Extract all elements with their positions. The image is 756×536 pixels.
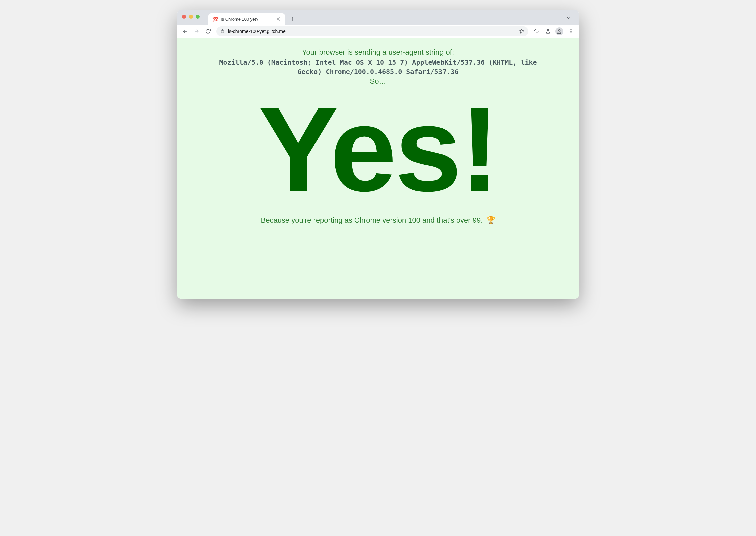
url-text: is-chrome-100-yet.glitch.me	[228, 29, 516, 34]
svg-point-7	[558, 29, 560, 31]
tab-strip: 💯 Is Chrome 100 yet?	[208, 10, 575, 25]
profile-button[interactable]	[554, 26, 564, 36]
star-icon	[519, 29, 524, 34]
browser-tab[interactable]: 💯 Is Chrome 100 yet?	[208, 13, 285, 25]
nav-back-button[interactable]	[180, 26, 190, 36]
answer-text: Yes!	[191, 89, 565, 209]
close-icon	[276, 16, 281, 22]
ua-string: Mozilla/5.0 (Macintosh; Intel Mac OS X 1…	[208, 58, 548, 76]
kebab-icon	[568, 29, 574, 34]
plus-icon	[290, 16, 295, 22]
svg-point-9	[571, 31, 571, 31]
because-text: Because you're reporting as Chrome versi…	[191, 216, 565, 225]
flask-icon	[545, 29, 551, 34]
reload-icon	[205, 29, 211, 34]
because-label: Because you're reporting as Chrome versi…	[261, 216, 483, 224]
lock-icon	[220, 29, 225, 33]
page-content: Your browser is sending a user-agent str…	[177, 38, 579, 299]
arrow-left-icon	[182, 29, 188, 34]
bookmark-button[interactable]	[519, 29, 524, 34]
person-icon	[557, 29, 562, 34]
tab-close-button[interactable]	[276, 16, 281, 22]
svg-point-8	[571, 29, 571, 30]
tabs-dropdown-button[interactable]	[564, 13, 573, 23]
nav-forward-button[interactable]	[192, 26, 202, 36]
extensions-button[interactable]	[532, 26, 542, 36]
labs-button[interactable]	[543, 26, 553, 36]
toolbar: is-chrome-100-yet.glitch.me	[177, 25, 579, 38]
window-minimize-button[interactable]	[189, 15, 193, 19]
ua-heading: Your browser is sending a user-agent str…	[191, 48, 565, 57]
tab-favicon-hundred-icon: 💯	[212, 17, 218, 21]
svg-marker-6	[519, 29, 524, 33]
browser-window: 💯 Is Chrome 100 yet?	[177, 10, 579, 299]
puzzle-icon	[534, 29, 539, 34]
tab-title: Is Chrome 100 yet?	[221, 17, 273, 22]
reload-button[interactable]	[203, 26, 213, 36]
titlebar: 💯 Is Chrome 100 yet?	[177, 10, 579, 25]
new-tab-button[interactable]	[288, 14, 297, 24]
trophy-icon: 🏆	[486, 216, 495, 224]
window-maximize-button[interactable]	[196, 15, 200, 19]
chevron-down-icon	[566, 15, 571, 21]
window-close-button[interactable]	[182, 15, 186, 19]
address-bar[interactable]: is-chrome-100-yet.glitch.me	[216, 26, 528, 36]
arrow-right-icon	[194, 29, 199, 34]
avatar	[555, 27, 563, 35]
traffic-lights	[182, 15, 200, 19]
menu-button[interactable]	[566, 26, 576, 36]
svg-point-10	[571, 32, 571, 33]
